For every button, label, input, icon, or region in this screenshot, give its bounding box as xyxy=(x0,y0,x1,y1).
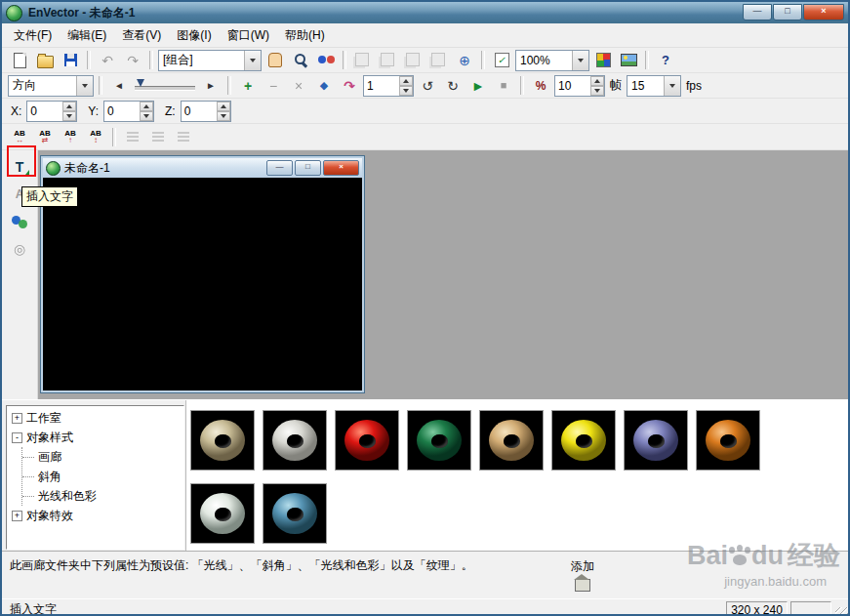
add-to-library-icon[interactable] xyxy=(575,579,590,592)
document-minimize-button[interactable]: — xyxy=(266,160,293,176)
document-title-bar[interactable]: 未命名-1 — □ × xyxy=(43,158,362,178)
spinner-arrows[interactable] xyxy=(62,102,76,121)
spin-down-icon[interactable] xyxy=(140,111,153,121)
insert-image-tool[interactable] xyxy=(7,209,32,234)
direction-select[interactable]: 方向 xyxy=(8,75,94,97)
tree-label[interactable]: 对象样式 xyxy=(26,430,73,446)
gallery-tile[interactable] xyxy=(190,410,255,471)
x-spinner[interactable]: 0 xyxy=(26,101,77,122)
context-help-button[interactable]: ? xyxy=(654,49,677,71)
go-end-button[interactable]: ► xyxy=(199,74,223,97)
dropdown-arrow-icon[interactable] xyxy=(572,51,588,70)
tree-item-object-styles[interactable]: - 对象样式 xyxy=(7,428,183,447)
spin-up-icon[interactable] xyxy=(590,76,604,86)
menu-edit[interactable]: 编辑(E) xyxy=(60,24,114,46)
timeline-slider[interactable] xyxy=(135,77,195,95)
minimize-button[interactable]: — xyxy=(743,4,772,21)
loop-button[interactable]: ↷ xyxy=(338,74,361,97)
percent-button[interactable]: % xyxy=(529,74,552,97)
gallery-tile[interactable] xyxy=(407,410,471,471)
cut-frame-button[interactable]: × xyxy=(287,74,310,97)
document-maximize-button[interactable]: □ xyxy=(295,160,321,176)
tree-label[interactable]: 光线和色彩 xyxy=(38,488,97,505)
spin-down-icon[interactable] xyxy=(62,111,76,121)
export-button[interactable] xyxy=(427,49,451,71)
pan-tool-button[interactable] xyxy=(263,49,287,71)
tree-item-gallery[interactable]: 画廊 xyxy=(22,447,183,467)
stop-button[interactable]: ■ xyxy=(492,74,515,97)
gallery-tile[interactable] xyxy=(624,410,688,471)
tree-item-light-color[interactable]: 光线和色彩 xyxy=(22,486,183,506)
x-value[interactable]: 0 xyxy=(27,102,62,121)
text-spacing-v-button[interactable]: AB↕ xyxy=(84,126,107,148)
z-value[interactable]: 0 xyxy=(182,102,217,121)
spin-up-icon[interactable] xyxy=(399,76,413,86)
remove-frame-button[interactable]: − xyxy=(262,74,285,97)
dropdown-arrow-icon[interactable] xyxy=(76,76,93,96)
preview-button[interactable] xyxy=(617,49,640,71)
rotate-ccw-button[interactable]: ↺ xyxy=(416,74,439,97)
maximize-button[interactable]: □ xyxy=(773,4,802,21)
tree-item-studio[interactable]: + 工作室 xyxy=(7,408,183,428)
total-frames-spinner[interactable]: 10 xyxy=(554,75,605,97)
gallery-tile[interactable] xyxy=(263,410,327,471)
align-right-button[interactable] xyxy=(172,126,195,148)
spinner-arrows[interactable] xyxy=(399,76,413,96)
spin-up-icon[interactable] xyxy=(62,102,76,111)
print-button[interactable] xyxy=(351,49,375,71)
spinner-arrows[interactable] xyxy=(140,102,153,121)
y-value[interactable]: 0 xyxy=(104,102,140,121)
tree-label[interactable]: 画廊 xyxy=(38,449,61,466)
close-button[interactable]: × xyxy=(803,4,844,21)
z-spinner[interactable]: 0 xyxy=(181,101,231,122)
menu-image[interactable]: 图像(I) xyxy=(169,24,219,46)
spinner-arrows[interactable] xyxy=(217,102,230,121)
color-mode-button[interactable] xyxy=(314,49,338,71)
group-mode-select[interactable]: [组合] xyxy=(158,50,262,71)
tree-label[interactable]: 对象特效 xyxy=(26,508,73,524)
collapse-minus-icon[interactable]: - xyxy=(12,432,22,443)
rotate-cw-button[interactable]: ↻ xyxy=(441,74,465,97)
spinner-arrows[interactable] xyxy=(590,76,604,96)
menu-help[interactable]: 帮助(H) xyxy=(277,24,333,46)
dropdown-arrow-icon[interactable] xyxy=(244,51,261,70)
new-document-button[interactable] xyxy=(8,49,31,71)
menu-window[interactable]: 窗口(W) xyxy=(220,24,277,46)
web-button[interactable]: ⊕ xyxy=(453,49,476,71)
save-button[interactable] xyxy=(59,49,82,71)
tree-label[interactable]: 斜角 xyxy=(38,469,61,485)
text-raise-button[interactable]: AB↑ xyxy=(59,126,82,148)
menu-file[interactable]: 文件(F) xyxy=(6,24,60,46)
zoom-level-select[interactable]: 100% xyxy=(515,50,589,71)
align-center-button[interactable] xyxy=(146,126,170,148)
undo-button[interactable]: ↶ xyxy=(96,49,119,71)
keyframe-button[interactable]: ◆ xyxy=(312,74,336,97)
document-canvas[interactable] xyxy=(43,178,362,390)
resize-grip[interactable] xyxy=(835,607,848,616)
print-preview-button[interactable] xyxy=(377,49,400,71)
go-start-button[interactable]: ◄ xyxy=(107,74,131,97)
expand-plus-icon[interactable]: + xyxy=(12,413,22,424)
rotate-object-tool[interactable]: ◎ xyxy=(7,236,32,262)
spin-up-icon[interactable] xyxy=(140,102,153,111)
expand-plus-icon[interactable]: + xyxy=(12,511,22,521)
align-left-button[interactable] xyxy=(121,126,144,148)
tree-item-bevel[interactable]: 斜角 xyxy=(22,467,183,486)
current-frame-value[interactable]: 1 xyxy=(364,76,399,96)
open-button[interactable] xyxy=(33,49,57,71)
spin-down-icon[interactable] xyxy=(217,111,230,121)
gallery-tile[interactable] xyxy=(551,410,616,471)
gallery-tile[interactable] xyxy=(190,483,255,544)
palette-button[interactable] xyxy=(591,49,615,71)
total-frames-value[interactable]: 10 xyxy=(555,76,590,96)
redo-button[interactable]: ↷ xyxy=(121,49,144,71)
gallery-tile[interactable] xyxy=(696,410,760,471)
copy-page-button[interactable] xyxy=(402,49,425,71)
tree-label[interactable]: 工作室 xyxy=(26,410,61,427)
gallery-tile[interactable] xyxy=(263,483,327,544)
gallery-tile[interactable] xyxy=(335,410,399,471)
spin-down-icon[interactable] xyxy=(590,86,604,96)
options-button[interactable]: ✓ xyxy=(490,49,513,71)
current-frame-spinner[interactable]: 1 xyxy=(363,75,414,97)
play-button[interactable]: ► xyxy=(466,74,490,97)
